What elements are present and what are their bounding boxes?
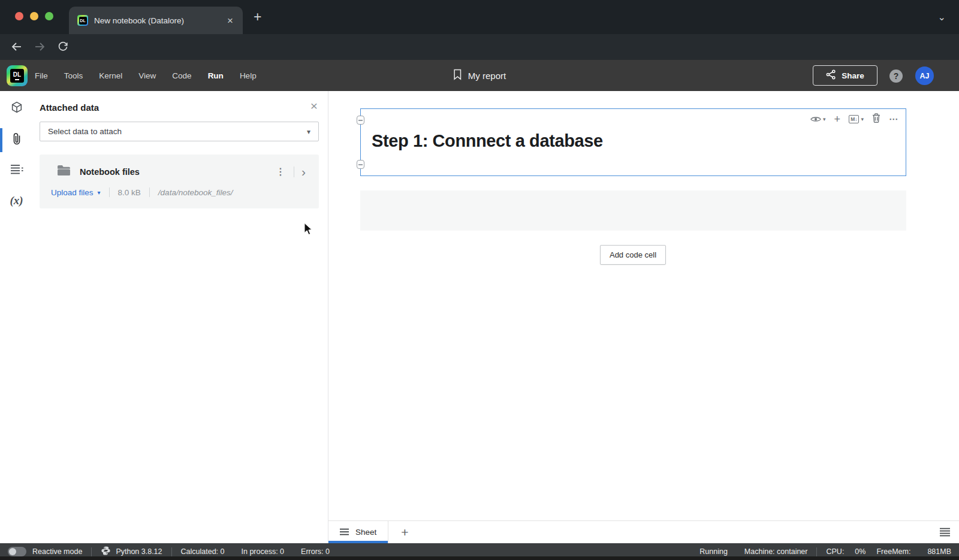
window-zoom-button[interactable] xyxy=(45,12,53,20)
reload-button[interactable] xyxy=(58,41,68,55)
browser-tab-title: New notebook (Datalore) xyxy=(94,16,226,25)
tab-close-icon[interactable]: × xyxy=(226,16,234,26)
my-report-label: My report xyxy=(468,71,506,81)
share-button[interactable]: Share xyxy=(813,65,877,86)
markdown-cell-selected[interactable]: Step 1: Connnect a database ▾ + M↓ ▾ ⋯ xyxy=(360,108,906,176)
cell-heading[interactable]: Step 1: Connnect a database xyxy=(372,131,603,151)
freemem-label: FreeMem: xyxy=(876,547,910,556)
menu-tools[interactable]: Tools xyxy=(64,71,83,80)
files-path: /data/notebook_files/ xyxy=(158,188,233,197)
machine-label: Machine: container xyxy=(744,547,808,556)
datalore-favicon: DL xyxy=(77,15,88,26)
menu-code[interactable]: Code xyxy=(172,71,191,80)
tab-search-chevron-icon[interactable]: ⌄ xyxy=(938,11,946,23)
python-icon xyxy=(101,546,111,558)
help-button[interactable]: ? xyxy=(889,69,903,83)
empty-cell-placeholder[interactable] xyxy=(360,190,906,231)
errors-count: Errors: 0 xyxy=(301,547,330,556)
share-nodes-icon xyxy=(826,69,836,81)
cell-type-button[interactable]: M↓ ▾ xyxy=(849,115,864,123)
add-code-cell-button[interactable]: Add code cell xyxy=(600,245,666,265)
notebook-files-card: Notebook files ⋮ › Upload files ▾ 8.0 kB… xyxy=(40,155,319,208)
datalore-logo-text: DL xyxy=(13,72,21,78)
cell-drag-handle-bottom[interactable] xyxy=(357,160,364,169)
attached-data-panel: Attached data × Select data to attach ▾ … xyxy=(33,91,328,543)
browser-tab-strip: DL New notebook (Datalore) × + ⌄ xyxy=(0,0,959,34)
files-size: 8.0 kB xyxy=(118,188,141,197)
upload-files-link[interactable]: Upload files ▾ xyxy=(51,188,101,197)
mouse-cursor xyxy=(304,223,314,238)
panel-close-icon[interactable]: × xyxy=(310,99,318,113)
add-cell-icon[interactable]: + xyxy=(834,114,841,124)
window-close-button[interactable] xyxy=(15,12,23,20)
cpu-label: CPU: xyxy=(826,547,844,556)
environment-icon[interactable] xyxy=(0,101,33,114)
user-avatar[interactable]: AJ xyxy=(915,66,934,85)
bookmark-icon xyxy=(453,69,462,82)
my-report-button[interactable]: My report xyxy=(453,60,506,91)
markdown-type-icon: M↓ xyxy=(849,115,859,123)
upload-caret-icon: ▾ xyxy=(98,189,101,196)
reactive-mode-toggle[interactable] xyxy=(8,547,26,556)
freemem-value: 881MB xyxy=(927,547,951,556)
menu-help[interactable]: Help xyxy=(240,71,257,80)
window-minimize-button[interactable] xyxy=(30,12,38,20)
folder-icon xyxy=(57,165,71,178)
cell-visibility-button[interactable]: ▾ xyxy=(810,116,826,123)
menu-view[interactable]: View xyxy=(138,71,156,80)
menu-run[interactable]: Run xyxy=(208,71,224,80)
datalore-logo[interactable]: DL xyxy=(7,65,28,86)
attached-data-icon[interactable] xyxy=(0,132,33,146)
card-expand-chevron-icon[interactable]: › xyxy=(298,167,309,177)
app-menubar: DL File Tools Kernel View Code Run Help … xyxy=(0,60,959,91)
back-button[interactable] xyxy=(11,41,23,55)
browser-tab[interactable]: DL New notebook (Datalore) × xyxy=(69,7,243,34)
sheet-tab-bar: Sheet + xyxy=(328,520,959,543)
python-version[interactable]: Python 3.8.12 xyxy=(116,547,162,556)
panel-title: Attached data xyxy=(40,102,99,113)
app-menu-items: File Tools Kernel View Code Run Help xyxy=(35,60,257,91)
delete-cell-icon[interactable] xyxy=(872,113,880,125)
in-process-count: In process: 0 xyxy=(242,547,285,556)
new-tab-button[interactable]: + xyxy=(254,10,261,23)
cpu-value: 0% xyxy=(855,547,865,556)
cell-type-caret-icon: ▾ xyxy=(861,116,864,122)
dropdown-caret-icon: ▾ xyxy=(307,128,310,136)
menu-file[interactable]: File xyxy=(35,71,48,80)
kernel-status: Running xyxy=(699,547,728,556)
cell-toolbar: ▾ + M↓ ▾ ⋯ xyxy=(810,113,898,125)
variables-icon[interactable]: (x) xyxy=(0,194,33,207)
sheet-list-icon xyxy=(340,527,349,538)
cell-more-actions-icon[interactable]: ⋯ xyxy=(889,114,898,125)
share-button-label: Share xyxy=(842,71,864,80)
select-data-placeholder: Select data to attach xyxy=(48,127,122,136)
notebook-editor: Step 1: Connnect a database ▾ + M↓ ▾ ⋯ A… xyxy=(328,91,959,520)
reactive-mode-label: Reactive mode xyxy=(32,547,82,556)
sheet-tab-label: Sheet xyxy=(355,528,376,537)
datalore-favicon-text: DL xyxy=(79,17,87,25)
table-of-contents-icon[interactable] xyxy=(0,164,33,175)
datalore-browser-window: DL New notebook (Datalore) × + ⌄ datalor… xyxy=(0,0,959,560)
calculated-count: Calculated: 0 xyxy=(181,547,225,556)
notebook-files-title: Notebook files xyxy=(80,167,271,177)
menu-kernel[interactable]: Kernel xyxy=(99,71,122,80)
add-sheet-button[interactable]: + xyxy=(401,525,408,540)
window-bottom-edge xyxy=(0,556,959,560)
forward-button[interactable] xyxy=(34,41,46,55)
macos-traffic-lights xyxy=(15,12,53,20)
browser-toolbar: datalore.jetbrains.com/notebook/0k5R4AZg… xyxy=(0,34,959,60)
sheet-tab[interactable]: Sheet xyxy=(328,521,388,543)
eye-caret-icon: ▾ xyxy=(823,116,826,122)
left-icon-rail: (x) xyxy=(0,91,33,543)
sheets-menu-icon[interactable] xyxy=(940,528,950,539)
select-data-dropdown[interactable]: Select data to attach ▾ xyxy=(40,122,319,141)
card-kebab-menu-icon[interactable]: ⋮ xyxy=(271,166,290,177)
cell-drag-handle-top[interactable] xyxy=(357,116,364,125)
